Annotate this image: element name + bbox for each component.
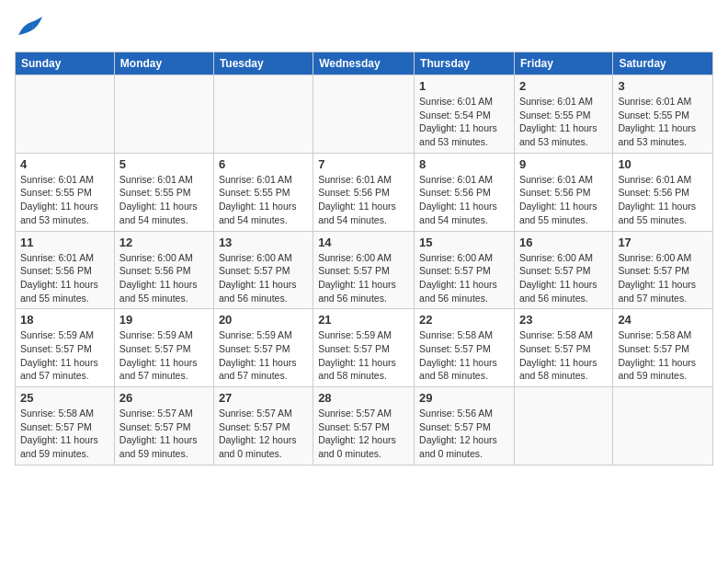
calendar-cell: 29Sunrise: 5:56 AM Sunset: 5:57 PM Dayli… [415,387,515,465]
day-number: 18 [20,313,109,327]
calendar-cell: 22Sunrise: 5:58 AM Sunset: 5:57 PM Dayli… [415,309,515,387]
calendar-cell: 27Sunrise: 5:57 AM Sunset: 5:57 PM Dayli… [213,387,313,465]
day-info: Sunrise: 6:01 AM Sunset: 5:56 PM Dayligh… [20,251,109,305]
day-number: 26 [119,391,209,405]
day-number: 10 [618,157,708,171]
calendar-cell: 1Sunrise: 6:01 AM Sunset: 5:54 PM Daylig… [415,75,515,154]
day-info: Sunrise: 5:59 AM Sunset: 5:57 PM Dayligh… [20,328,109,383]
day-number: 28 [318,391,409,405]
calendar-cell: 20Sunrise: 5:59 AM Sunset: 5:57 PM Dayli… [213,309,313,387]
calendar-cell: 16Sunrise: 6:00 AM Sunset: 5:57 PM Dayli… [514,231,612,309]
day-info: Sunrise: 5:59 AM Sunset: 5:57 PM Dayligh… [318,328,409,383]
day-info: Sunrise: 5:57 AM Sunset: 5:57 PM Dayligh… [219,407,308,461]
week-row-1: 1Sunrise: 6:01 AM Sunset: 5:54 PM Daylig… [16,75,713,154]
day-number: 23 [519,313,608,327]
day-number: 9 [519,157,608,171]
day-number: 25 [20,391,109,405]
day-number: 29 [419,391,509,405]
col-header-friday: Friday [514,52,612,75]
day-number: 22 [419,313,509,327]
calendar-cell: 15Sunrise: 6:00 AM Sunset: 5:57 PM Dayli… [415,231,515,309]
week-row-3: 11Sunrise: 6:01 AM Sunset: 5:56 PM Dayli… [16,231,713,309]
day-info: Sunrise: 6:01 AM Sunset: 5:56 PM Dayligh… [318,173,409,227]
day-number: 5 [119,157,209,171]
day-info: Sunrise: 5:57 AM Sunset: 5:57 PM Dayligh… [318,407,409,461]
calendar-cell: 7Sunrise: 6:01 AM Sunset: 5:56 PM Daylig… [313,153,415,231]
day-info: Sunrise: 5:58 AM Sunset: 5:57 PM Dayligh… [519,328,608,383]
day-info: Sunrise: 6:00 AM Sunset: 5:57 PM Dayligh… [519,251,608,305]
day-number: 14 [318,236,409,249]
calendar-cell [114,75,213,154]
day-number: 15 [419,236,509,249]
calendar-cell: 8Sunrise: 6:01 AM Sunset: 5:56 PM Daylig… [415,153,515,231]
day-info: Sunrise: 6:01 AM Sunset: 5:55 PM Dayligh… [519,95,608,149]
day-info: Sunrise: 6:00 AM Sunset: 5:57 PM Dayligh… [419,251,509,305]
day-info: Sunrise: 5:59 AM Sunset: 5:57 PM Dayligh… [119,328,209,383]
col-header-saturday: Saturday [613,52,713,75]
day-info: Sunrise: 6:00 AM Sunset: 5:57 PM Dayligh… [618,251,708,305]
day-info: Sunrise: 6:00 AM Sunset: 5:56 PM Dayligh… [119,251,209,305]
calendar-cell: 26Sunrise: 5:57 AM Sunset: 5:57 PM Dayli… [114,387,213,465]
calendar-cell: 21Sunrise: 5:59 AM Sunset: 5:57 PM Dayli… [313,309,415,387]
col-header-thursday: Thursday [415,52,515,75]
calendar-cell: 2Sunrise: 6:01 AM Sunset: 5:55 PM Daylig… [514,75,612,154]
day-number: 13 [219,236,308,249]
day-number: 3 [618,79,708,93]
calendar-cell: 25Sunrise: 5:58 AM Sunset: 5:57 PM Dayli… [16,387,115,465]
day-number: 7 [318,157,409,171]
col-header-monday: Monday [114,52,213,75]
calendar-cell [514,387,612,465]
day-number: 17 [618,236,708,249]
day-info: Sunrise: 6:01 AM Sunset: 5:55 PM Dayligh… [219,173,308,227]
logo-bird-icon [15,15,44,40]
calendar-cell [16,75,115,154]
week-row-4: 18Sunrise: 5:59 AM Sunset: 5:57 PM Dayli… [16,309,713,387]
day-info: Sunrise: 6:01 AM Sunset: 5:56 PM Dayligh… [519,173,608,227]
calendar-table: SundayMondayTuesdayWednesdayThursdayFrid… [15,52,713,465]
day-number: 12 [119,236,209,249]
calendar-cell: 18Sunrise: 5:59 AM Sunset: 5:57 PM Dayli… [16,309,115,387]
day-number: 1 [419,79,509,93]
day-number: 4 [20,157,109,171]
calendar-cell [613,387,713,465]
calendar-cell: 28Sunrise: 5:57 AM Sunset: 5:57 PM Dayli… [313,387,415,465]
calendar-cell: 10Sunrise: 6:01 AM Sunset: 5:56 PM Dayli… [613,153,713,231]
calendar-cell: 12Sunrise: 6:00 AM Sunset: 5:56 PM Dayli… [114,231,213,309]
day-number: 19 [119,313,209,327]
calendar-cell [313,75,415,154]
day-number: 11 [20,236,109,249]
header-row: SundayMondayTuesdayWednesdayThursdayFrid… [16,52,713,75]
day-info: Sunrise: 6:01 AM Sunset: 5:54 PM Dayligh… [419,95,509,149]
day-number: 6 [219,157,308,171]
week-row-5: 25Sunrise: 5:58 AM Sunset: 5:57 PM Dayli… [16,387,713,465]
calendar-cell: 5Sunrise: 6:01 AM Sunset: 5:55 PM Daylig… [114,153,213,231]
day-info: Sunrise: 5:58 AM Sunset: 5:57 PM Dayligh… [419,328,509,383]
calendar-cell: 4Sunrise: 6:01 AM Sunset: 5:55 PM Daylig… [16,153,115,231]
day-info: Sunrise: 5:59 AM Sunset: 5:57 PM Dayligh… [219,328,308,383]
day-info: Sunrise: 6:01 AM Sunset: 5:56 PM Dayligh… [419,173,509,227]
day-info: Sunrise: 6:01 AM Sunset: 5:56 PM Dayligh… [618,173,708,227]
day-info: Sunrise: 6:01 AM Sunset: 5:55 PM Dayligh… [618,95,708,149]
page-header [15,15,713,40]
calendar-cell: 14Sunrise: 6:00 AM Sunset: 5:57 PM Dayli… [313,231,415,309]
calendar-cell: 3Sunrise: 6:01 AM Sunset: 5:55 PM Daylig… [613,75,713,154]
day-info: Sunrise: 5:57 AM Sunset: 5:57 PM Dayligh… [119,407,209,461]
day-number: 27 [219,391,308,405]
calendar-cell: 24Sunrise: 5:58 AM Sunset: 5:57 PM Dayli… [613,309,713,387]
day-number: 8 [419,157,509,171]
day-number: 21 [318,313,409,327]
logo [15,15,48,40]
calendar-cell: 11Sunrise: 6:01 AM Sunset: 5:56 PM Dayli… [16,231,115,309]
calendar-cell: 13Sunrise: 6:00 AM Sunset: 5:57 PM Dayli… [213,231,313,309]
calendar-cell: 23Sunrise: 5:58 AM Sunset: 5:57 PM Dayli… [514,309,612,387]
day-info: Sunrise: 6:01 AM Sunset: 5:55 PM Dayligh… [20,173,109,227]
day-number: 24 [618,313,708,327]
day-number: 2 [519,79,608,93]
calendar-cell: 19Sunrise: 5:59 AM Sunset: 5:57 PM Dayli… [114,309,213,387]
day-info: Sunrise: 6:00 AM Sunset: 5:57 PM Dayligh… [219,251,308,305]
day-info: Sunrise: 5:58 AM Sunset: 5:57 PM Dayligh… [20,407,109,461]
day-number: 20 [219,313,308,327]
day-info: Sunrise: 5:56 AM Sunset: 5:57 PM Dayligh… [419,407,509,461]
day-info: Sunrise: 6:01 AM Sunset: 5:55 PM Dayligh… [119,173,209,227]
calendar-cell: 6Sunrise: 6:01 AM Sunset: 5:55 PM Daylig… [213,153,313,231]
